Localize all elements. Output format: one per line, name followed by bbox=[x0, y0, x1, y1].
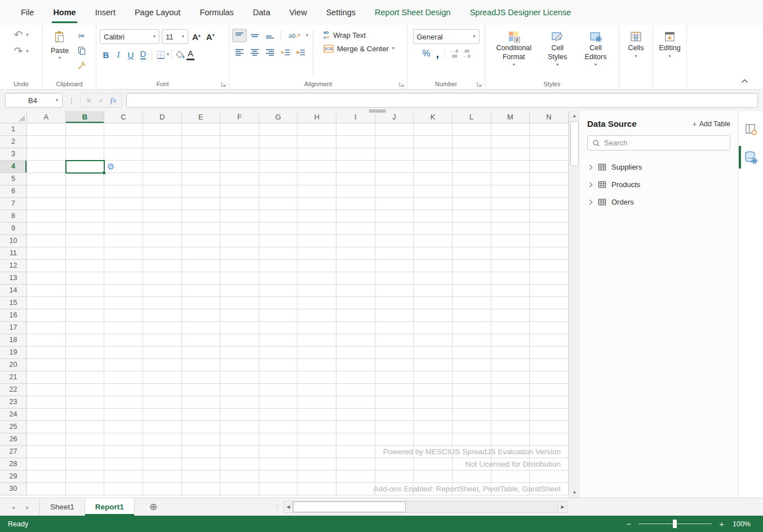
horizontal-scrollbar[interactable]: ◀ ▶ bbox=[283, 501, 567, 513]
row-header[interactable]: 14 bbox=[0, 285, 26, 297]
orientation-button[interactable]: ab↗ bbox=[285, 29, 304, 42]
zoom-slider[interactable] bbox=[638, 524, 712, 524]
column-header[interactable]: F bbox=[220, 111, 259, 123]
double-underline-button[interactable]: D bbox=[140, 50, 147, 60]
row-header[interactable]: 27 bbox=[0, 446, 26, 458]
column-header[interactable]: A bbox=[27, 111, 66, 123]
select-all-corner[interactable] bbox=[0, 111, 27, 123]
row-header[interactable]: 17 bbox=[0, 322, 26, 334]
zoom-level[interactable]: 100% bbox=[731, 520, 751, 528]
row-header[interactable]: 9 bbox=[0, 223, 26, 235]
fill-color-button[interactable] bbox=[174, 49, 187, 60]
cut-button[interactable]: ✂ bbox=[76, 30, 88, 42]
horizontal-scrollbar-thumb[interactable] bbox=[293, 502, 406, 512]
row-header[interactable]: 12 bbox=[0, 260, 26, 272]
menu-item[interactable]: SpreadJS Designer License bbox=[460, 0, 581, 25]
percent-style-button[interactable]: % bbox=[420, 48, 432, 59]
row-header[interactable]: 21 bbox=[0, 371, 26, 384]
format-painter-button[interactable] bbox=[76, 60, 88, 71]
paste-button[interactable]: Paste ▾ bbox=[46, 29, 73, 78]
font-color-button[interactable]: A bbox=[187, 49, 194, 60]
fill-handle[interactable] bbox=[102, 171, 106, 175]
row-header[interactable]: 8 bbox=[0, 210, 26, 223]
row-header[interactable]: 16 bbox=[0, 309, 26, 322]
copy-button[interactable] bbox=[76, 45, 88, 56]
row-header[interactable]: 24 bbox=[0, 409, 26, 421]
enter-icon[interactable]: ✓ bbox=[98, 96, 104, 105]
search-input[interactable] bbox=[604, 139, 725, 147]
undo-dropdown-icon[interactable]: ▾ bbox=[26, 33, 28, 37]
row-header[interactable]: 23 bbox=[0, 396, 26, 409]
scroll-left-icon[interactable]: ◀ bbox=[283, 501, 293, 513]
menu-item[interactable]: View bbox=[280, 0, 316, 25]
wrap-text-button[interactable]: abc↵ Wrap Text bbox=[323, 30, 394, 41]
menu-item[interactable]: Insert bbox=[86, 0, 125, 25]
decrease-decimal-button[interactable]: .00→.0 bbox=[461, 48, 472, 59]
horizontal-scrollbar-track[interactable] bbox=[293, 501, 558, 513]
sheet-nav-right-icon[interactable]: ▸ bbox=[26, 503, 29, 511]
orientation-dropdown-icon[interactable]: ▾ bbox=[306, 33, 308, 38]
scrollbar-resize-handle-icon[interactable]: ⋮ bbox=[274, 498, 281, 516]
data-source-panel-button[interactable] bbox=[739, 147, 763, 167]
align-left-button[interactable] bbox=[233, 46, 246, 59]
cell-styles-button[interactable]: Cell Styles ▾ bbox=[539, 29, 576, 78]
column-header[interactable]: C bbox=[104, 111, 143, 123]
font-size-select[interactable]: 11 ▾ bbox=[162, 29, 188, 44]
row-header[interactable]: 26 bbox=[0, 433, 26, 446]
row-header[interactable]: 22 bbox=[0, 384, 26, 396]
tree-item[interactable]: Suppliers bbox=[587, 158, 730, 176]
zoom-in-icon[interactable]: + bbox=[719, 520, 724, 528]
sheet-tab[interactable]: Sheet1 bbox=[40, 498, 85, 516]
grid-cells[interactable]: ⚙ Powered by MESCIUS SpreadJS Evaluation… bbox=[27, 123, 569, 495]
column-header[interactable]: D bbox=[143, 111, 182, 123]
vertical-scrollbar-thumb[interactable] bbox=[570, 121, 579, 166]
row-header[interactable]: 13 bbox=[0, 272, 26, 285]
menu-item[interactable]: Formulas bbox=[190, 0, 243, 25]
italic-button[interactable]: I bbox=[112, 48, 125, 61]
font-dialog-launcher-icon[interactable] bbox=[221, 82, 226, 87]
formula-input[interactable] bbox=[126, 93, 758, 108]
decrease-font-size-button[interactable]: A▾ bbox=[205, 32, 216, 42]
zoom-slider-thumb[interactable] bbox=[673, 520, 677, 528]
row-header[interactable]: 5 bbox=[0, 173, 26, 185]
redo-dropdown-icon[interactable]: ▾ bbox=[26, 49, 28, 54]
row-header[interactable]: 11 bbox=[0, 247, 26, 260]
row-header[interactable]: 19 bbox=[0, 347, 26, 359]
column-header[interactable]: L bbox=[453, 111, 491, 123]
align-top-button[interactable] bbox=[233, 29, 246, 42]
menu-item[interactable]: Data bbox=[243, 0, 280, 25]
number-dialog-launcher-icon[interactable] bbox=[477, 82, 482, 87]
add-table-button[interactable]: + Add Table bbox=[692, 119, 730, 128]
merge-center-button[interactable]: Merge & Center ▾ bbox=[323, 45, 394, 53]
alignment-dialog-launcher-icon[interactable] bbox=[399, 82, 404, 87]
comma-style-button[interactable]: , bbox=[434, 50, 442, 57]
align-middle-button[interactable] bbox=[248, 29, 261, 42]
row-header[interactable]: 6 bbox=[0, 185, 26, 198]
menu-item[interactable]: Report Sheet Design bbox=[365, 0, 460, 25]
align-bottom-button[interactable] bbox=[263, 29, 277, 42]
increase-indent-button[interactable] bbox=[294, 46, 307, 59]
vertical-scrollbar[interactable]: ▲ ▼ bbox=[569, 111, 580, 498]
row-header[interactable]: 2 bbox=[0, 136, 26, 148]
number-format-select[interactable]: General ▾ bbox=[413, 29, 480, 44]
row-header[interactable]: 25 bbox=[0, 421, 26, 433]
sheet-tab[interactable]: Report1 bbox=[85, 498, 135, 516]
tree-item[interactable]: Products bbox=[587, 176, 730, 193]
row-header[interactable]: 29 bbox=[0, 471, 26, 483]
underline-button[interactable]: U bbox=[125, 48, 137, 61]
row-header[interactable]: 30 bbox=[0, 483, 26, 495]
cell-gear-icon[interactable]: ⚙ bbox=[107, 161, 114, 172]
cells-button[interactable]: Cells ▾ bbox=[626, 29, 646, 78]
formula-bar-handle-icon[interactable]: ⋮ bbox=[66, 96, 76, 105]
borders-button[interactable] bbox=[154, 49, 167, 60]
sheet-nav-left-icon[interactable]: ◂ bbox=[11, 503, 15, 511]
row-header[interactable]: 15 bbox=[0, 297, 26, 309]
cell-editors-button[interactable]: Cell Editors ▾ bbox=[576, 29, 615, 78]
row-header[interactable]: 28 bbox=[0, 458, 26, 471]
name-box[interactable]: B4 ▾ bbox=[5, 93, 63, 108]
menu-item[interactable]: Page Layout bbox=[125, 0, 190, 25]
scroll-down-icon[interactable]: ▼ bbox=[569, 488, 580, 498]
conditional-format-button[interactable]: Conditional Format ▾ bbox=[489, 29, 539, 78]
column-header[interactable]: K bbox=[414, 111, 453, 123]
column-header[interactable]: E bbox=[182, 111, 221, 123]
